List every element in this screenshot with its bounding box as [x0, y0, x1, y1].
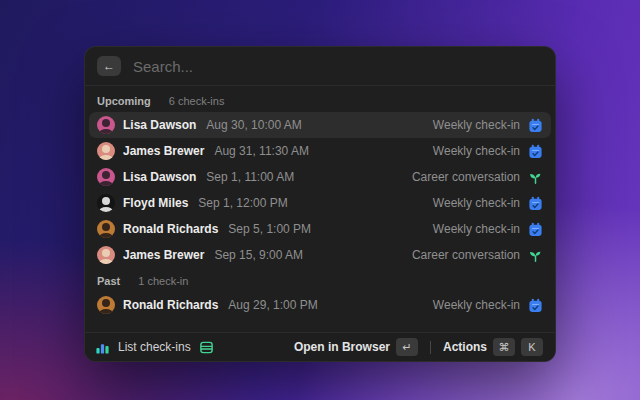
- person-name: Ronald Richards: [123, 298, 218, 312]
- avatar: [97, 142, 115, 160]
- section-count: 1 check-in: [138, 275, 188, 287]
- section-header-past: Past 1 check-in: [89, 268, 551, 292]
- checkin-row[interactable]: Ronald Richards Sep 5, 1:00 PM Weekly ch…: [89, 216, 551, 242]
- back-button[interactable]: ←: [97, 56, 121, 76]
- checkin-type: Weekly check-in: [433, 222, 520, 236]
- open-in-browser-button[interactable]: Open in Browser ↵: [292, 336, 420, 358]
- avatar: [97, 246, 115, 264]
- command-label: List check-ins: [118, 340, 191, 354]
- actions-label: Actions: [443, 340, 487, 354]
- footer: List check-ins Open in Browser ↵ Actions…: [85, 332, 555, 361]
- checkin-row[interactable]: Lisa Dawson Sep 1, 11:00 AM Career conve…: [89, 164, 551, 190]
- checkin-row[interactable]: James Brewer Sep 15, 9:00 AM Career conv…: [89, 242, 551, 268]
- search-bar: ←: [85, 47, 555, 86]
- calendar-check-icon: [528, 196, 543, 211]
- avatar: [97, 168, 115, 186]
- k-key: K: [521, 338, 543, 356]
- avatar: [97, 116, 115, 134]
- sprout-icon: [528, 248, 543, 263]
- footer-divider: [430, 341, 431, 354]
- sprout-icon: [528, 170, 543, 185]
- checkin-datetime: Sep 15, 9:00 AM: [214, 248, 303, 262]
- checkin-row[interactable]: James Brewer Aug 31, 11:30 AM Weekly che…: [89, 138, 551, 164]
- calendar-check-icon: [528, 222, 543, 237]
- section-count: 6 check-ins: [169, 95, 225, 107]
- return-key: ↵: [396, 338, 418, 356]
- calendar-check-icon: [528, 144, 543, 159]
- person-name: James Brewer: [123, 248, 204, 262]
- section-header-upcoming: Upcoming 6 check-ins: [89, 88, 551, 112]
- footer-command-info: List check-ins: [95, 340, 214, 355]
- actions-button[interactable]: Actions ⌘ K: [441, 336, 545, 358]
- checkin-type: Weekly check-in: [433, 118, 520, 132]
- person-name: James Brewer: [123, 144, 204, 158]
- checkin-list: Upcoming 6 check-ins Lisa Dawson Aug 30,…: [85, 86, 555, 332]
- footer-actions: Open in Browser ↵ Actions ⌘ K: [292, 336, 545, 358]
- checkin-row[interactable]: Floyd Miles Sep 1, 12:00 PM Weekly check…: [89, 190, 551, 216]
- back-arrow-icon: ←: [103, 59, 115, 73]
- command-palette-window: ← Upcoming 6 check-ins Lisa Dawson Aug 3…: [84, 46, 556, 362]
- checkin-datetime: Aug 29, 1:00 PM: [228, 298, 317, 312]
- person-name: Lisa Dawson: [123, 118, 196, 132]
- person-name: Floyd Miles: [123, 196, 188, 210]
- checkin-type: Career conversation: [412, 248, 520, 262]
- checkin-type: Career conversation: [412, 170, 520, 184]
- calendar-check-icon: [528, 118, 543, 133]
- checkin-datetime: Sep 1, 11:00 AM: [206, 170, 294, 184]
- book-icon: [199, 340, 214, 355]
- section-title: Upcoming: [97, 95, 151, 107]
- command-key: ⌘: [493, 338, 515, 356]
- calendar-check-icon: [528, 298, 543, 313]
- checkin-type: Weekly check-in: [433, 144, 520, 158]
- person-name: Ronald Richards: [123, 222, 218, 236]
- checkin-type: Weekly check-in: [433, 196, 520, 210]
- section-title: Past: [97, 275, 120, 287]
- person-name: Lisa Dawson: [123, 170, 196, 184]
- checkin-datetime: Sep 1, 12:00 PM: [198, 196, 287, 210]
- checkin-datetime: Aug 31, 11:30 AM: [214, 144, 309, 158]
- checkin-row[interactable]: Ronald Richards Aug 29, 1:00 PM Weekly c…: [89, 292, 551, 318]
- avatar: [97, 194, 115, 212]
- checkin-row[interactable]: Lisa Dawson Aug 30, 10:00 AM Weekly chec…: [89, 112, 551, 138]
- search-input[interactable]: [131, 57, 543, 76]
- checkin-datetime: Sep 5, 1:00 PM: [228, 222, 311, 236]
- avatar: [97, 296, 115, 314]
- open-in-browser-label: Open in Browser: [294, 340, 390, 354]
- checkin-type: Weekly check-in: [433, 298, 520, 312]
- avatar: [97, 220, 115, 238]
- bar-chart-icon: [95, 340, 110, 355]
- checkin-datetime: Aug 30, 10:00 AM: [206, 118, 301, 132]
